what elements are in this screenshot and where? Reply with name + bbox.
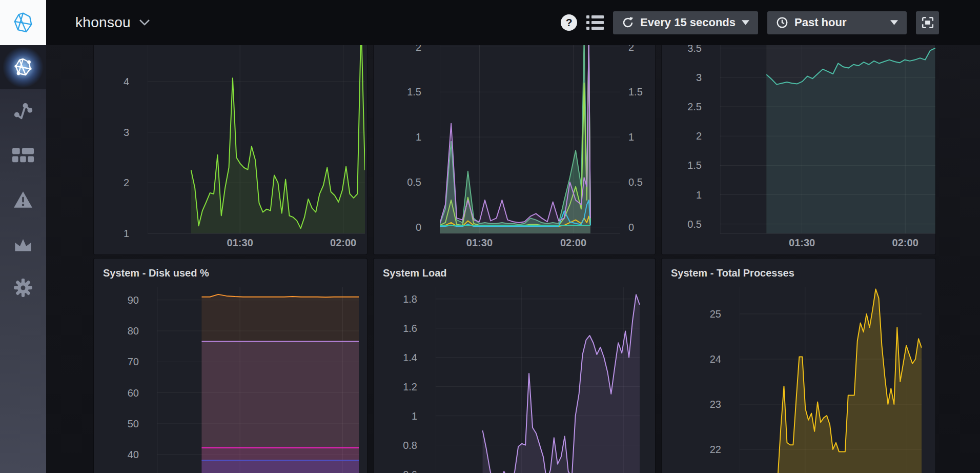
clock-icon [776, 16, 788, 29]
y-axis: 3.532.521.510.5 [662, 45, 720, 233]
y-tick-label: 0.5 [407, 176, 421, 188]
time-series-plot[interactable] [720, 45, 935, 233]
y-tick-label: 1.5 [687, 160, 702, 171]
time-series-plot[interactable] [740, 287, 922, 473]
y-tick-label: 1 [696, 189, 702, 201]
app-logo-icon [12, 12, 34, 33]
y-tick-label: 1.8 [403, 293, 417, 305]
refresh-interval-dropdown[interactable]: Every 15 seconds [613, 11, 758, 34]
top-navbar: khonsou ? Every 15 seconds [0, 0, 980, 45]
dashboard-grid-icon [12, 148, 34, 163]
caret-down-icon [742, 20, 749, 25]
y-tick-label: 50 [128, 418, 139, 429]
metrics-zigzag-icon [13, 101, 33, 122]
y-tick-label: 1 [124, 228, 129, 240]
y-tick-label: 1 [412, 410, 417, 422]
y-tick-label: 24 [710, 353, 721, 365]
sidebar-item-crown[interactable] [0, 222, 46, 266]
y-axis: 4321 [94, 45, 148, 233]
dashboard-title-picker[interactable]: khonsou [75, 14, 150, 31]
x-tick-label: 02:00 [330, 237, 356, 249]
app-logo-button[interactable] [0, 0, 46, 45]
y-tick-label: 0 [628, 221, 634, 233]
panel-row1-col2: 21.510.50 21.510.50 01:3002:00 [374, 45, 655, 254]
time-series-plot[interactable] [440, 45, 620, 233]
x-tick-label: 02:00 [892, 237, 918, 249]
panel-row-2: System - Disk used % 908070605040 System… [94, 259, 935, 473]
alert-triangle-icon [13, 190, 33, 209]
left-sidebar [0, 45, 46, 473]
sidebar-item-alerting[interactable] [0, 178, 46, 222]
y-axis: 908070605040 [94, 287, 157, 473]
time-series-plot[interactable] [148, 45, 365, 233]
cycle-view-mode-button[interactable] [916, 11, 939, 34]
y-axis-right: 21.510.50 [620, 45, 655, 233]
y-tick-label: 80 [128, 325, 139, 337]
y-tick-label: 4 [124, 76, 129, 88]
x-axis: 01:3002:00 [720, 233, 935, 254]
time-series-plot[interactable] [157, 287, 359, 473]
panel-title[interactable]: System - Disk used % [94, 259, 367, 287]
dashboard-title: khonsou [75, 14, 131, 31]
sidebar-item-dashboard-active[interactable] [0, 45, 46, 89]
y-tick-label: 0.8 [403, 439, 417, 451]
y-tick-label: 1.5 [407, 86, 421, 98]
x-tick-label: 01:30 [789, 237, 815, 249]
y-tick-label: 2.5 [687, 101, 702, 113]
x-tick-label: 02:00 [560, 237, 586, 249]
y-tick-label: 3 [124, 126, 129, 138]
y-tick-label: 70 [128, 356, 139, 368]
list-icon [586, 15, 604, 30]
grafana-network-icon [13, 57, 33, 77]
time-series-plot[interactable] [436, 287, 640, 473]
y-tick-label: 1.5 [628, 86, 643, 98]
crown-icon [13, 235, 33, 252]
panel-row1-col1: 4321 01:3002:00 [94, 45, 367, 254]
y-tick-label: 23 [710, 398, 721, 410]
panel-system-total-processes: System - Total Processes 25242322 [662, 259, 935, 473]
y-tick-label: 90 [128, 294, 139, 306]
panel-title[interactable]: System - Total Processes [662, 259, 935, 287]
caret-down-icon [890, 20, 898, 25]
chevron-down-icon [139, 19, 150, 26]
time-range-label: Past hour [794, 16, 846, 29]
panel-title[interactable]: System Load [374, 259, 655, 287]
refresh-icon [622, 16, 634, 29]
sidebar-item-explore[interactable] [0, 89, 46, 133]
y-tick-label: 2 [696, 130, 702, 142]
help-glyph: ? [566, 16, 573, 29]
panel-system-disk-used: System - Disk used % 908070605040 [94, 259, 367, 473]
gear-icon [13, 278, 33, 298]
y-tick-label: 0.6 [403, 468, 417, 473]
panel-system-load: System Load 1.81.61.41.210.80.6 [374, 259, 655, 473]
x-tick-label: 01:30 [466, 237, 493, 249]
y-axis: 25242322 [662, 287, 740, 473]
help-button[interactable]: ? [561, 14, 577, 31]
fullscreen-icon [922, 16, 934, 29]
y-tick-label: 22 [710, 444, 721, 456]
panel-row1-col3: 3.532.521.510.5 01:3002:00 [662, 45, 935, 254]
dashboard-canvas: 4321 01:3002:00 21.510.50 21.510.50 01:3… [46, 45, 980, 473]
panel-list-button[interactable] [586, 15, 604, 30]
y-tick-label: 1 [416, 131, 421, 143]
y-tick-label: 3 [696, 71, 702, 83]
panel-row-1: 4321 01:3002:00 21.510.50 21.510.50 01:3… [94, 45, 935, 254]
y-tick-label: 1 [628, 131, 634, 143]
sidebar-item-dashboards[interactable] [0, 133, 46, 178]
x-axis: 01:3002:00 [148, 233, 365, 254]
y-tick-label: 1.2 [403, 381, 417, 392]
refresh-interval-label: Every 15 seconds [640, 16, 736, 29]
y-tick-label: 60 [128, 387, 139, 399]
y-axis: 1.81.61.41.210.80.6 [374, 287, 436, 473]
x-tick-label: 01:30 [227, 237, 253, 249]
y-tick-label: 0.5 [687, 218, 702, 230]
y-tick-label: 1.4 [403, 351, 417, 363]
y-axis-left: 21.510.50 [374, 45, 440, 233]
time-range-dropdown[interactable]: Past hour [767, 11, 907, 34]
navbar-controls: ? Every 15 seconds Past hour [561, 11, 980, 34]
y-tick-label: 0.5 [628, 176, 643, 188]
sidebar-item-configuration[interactable] [0, 266, 46, 310]
x-axis: 01:3002:00 [440, 233, 620, 254]
y-tick-label: 1.6 [403, 322, 417, 334]
y-tick-label: 25 [710, 308, 721, 320]
